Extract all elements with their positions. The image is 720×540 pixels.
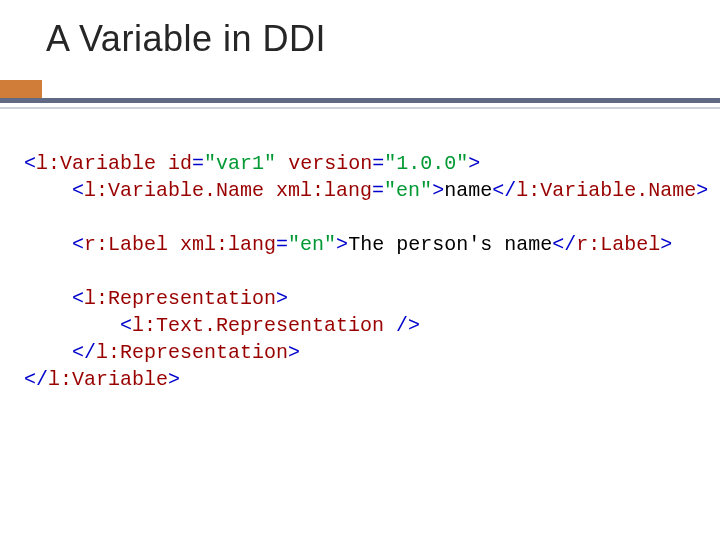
code-line-7: </l:Variable> (24, 368, 180, 391)
code-line-5: <l:Text.Representation /> (24, 314, 420, 337)
title-rule (0, 80, 720, 109)
code-line-4: <l:Representation> (24, 287, 288, 310)
rule-thin (0, 107, 720, 109)
rule-thick (0, 98, 720, 103)
code-line-6: </l:Representation> (24, 341, 300, 364)
page-title: A Variable in DDI (46, 18, 326, 60)
code-block: <l:Variable id="var1" version="1.0.0"> <… (24, 150, 696, 393)
code-line-3: <r:Label xml:lang="en">The person's name… (24, 233, 672, 256)
code-line-1: <l:Variable id="var1" version="1.0.0"> (24, 152, 480, 175)
slide: A Variable in DDI <l:Variable id="var1" … (0, 0, 720, 540)
code-line-2: <l:Variable.Name xml:lang="en">name</l:V… (24, 179, 708, 202)
accent-tab (0, 80, 42, 98)
